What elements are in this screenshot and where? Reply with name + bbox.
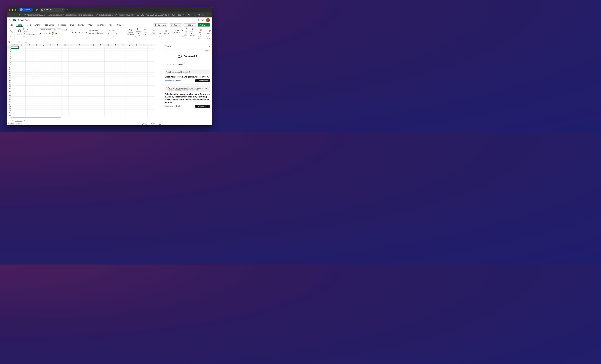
catchup-button[interactable]: Catch up <box>169 23 182 27</box>
bold-button[interactable]: B <box>40 33 41 34</box>
decrease-font-icon[interactable]: A▾ <box>66 29 68 30</box>
merge-center-button[interactable]: Merge & Center ▾ <box>89 32 105 34</box>
row-header[interactable]: 9 <box>7 64 11 66</box>
column-header[interactable]: M <box>97 44 105 46</box>
align-bottom-icon[interactable] <box>78 30 81 32</box>
close-tab-icon[interactable]: × <box>62 9 63 11</box>
more-icon[interactable]: ⋯ <box>207 13 211 17</box>
user-avatar[interactable] <box>206 18 210 22</box>
conditional-formatting-button[interactable]: Conditional Formatting <box>126 28 135 36</box>
row-header[interactable]: 17 <box>7 81 11 83</box>
formula-input[interactable] <box>28 42 209 42</box>
chevron-down-icon[interactable]: ▾ <box>29 19 30 21</box>
menu-page-layout[interactable]: Page Layout <box>43 23 55 27</box>
indent-increase-icon[interactable] <box>85 32 88 34</box>
font-family-select[interactable]: Aptos Narrow (Bo... <box>40 28 55 31</box>
border-button[interactable] <box>49 32 51 34</box>
autosum-button[interactable]: Σ AutoSum▾ <box>173 30 183 31</box>
clear-button[interactable]: Clear▾ <box>173 32 183 34</box>
indent-decrease-icon[interactable] <box>81 32 84 34</box>
menu-file[interactable]: File <box>9 23 14 27</box>
inprivate-badge[interactable]: InPrivate <box>19 8 33 11</box>
column-header[interactable]: Q <box>126 44 133 46</box>
zoom-out-icon[interactable]: − <box>149 123 150 125</box>
settings-icon[interactable] <box>201 19 204 21</box>
row-header[interactable]: 4 <box>7 53 11 55</box>
row-header[interactable]: 26 <box>7 101 11 103</box>
row-header[interactable]: 5 <box>7 55 11 57</box>
split-screen-icon[interactable] <box>192 13 196 17</box>
font-size-select[interactable]: 11 <box>57 28 61 31</box>
menu-help[interactable]: Help <box>108 23 113 27</box>
menu-view[interactable]: View <box>88 23 93 27</box>
column-header[interactable]: R <box>133 44 140 46</box>
underline-button[interactable]: U <box>44 33 45 34</box>
align-middle-icon[interactable] <box>74 30 77 32</box>
undo-icon[interactable] <box>10 30 12 32</box>
url-box[interactable]: https://cannerio325-my.sharepoint.com/:x… <box>23 13 181 17</box>
cell-styles-button[interactable]: Cell Styles <box>142 28 148 36</box>
logout-link[interactable]: logout <box>205 50 210 52</box>
search-icon[interactable] <box>197 19 199 21</box>
menu-review[interactable]: Review <box>77 23 85 27</box>
row-header[interactable]: 23 <box>7 94 11 97</box>
close-window[interactable] <box>9 9 10 10</box>
row-header[interactable]: 2 <box>7 49 11 51</box>
cancel-formula-icon[interactable]: × <box>20 41 22 43</box>
row-header[interactable]: 19 <box>7 86 11 88</box>
row-header[interactable]: 29 <box>7 108 11 110</box>
new-tab-button[interactable]: + <box>66 8 68 11</box>
status-left[interactable]: Workbook Statistics <box>9 123 22 125</box>
fill-color-button[interactable]: ▾ <box>52 31 54 35</box>
row-header[interactable]: 22 <box>7 92 11 94</box>
minimize-window[interactable] <box>12 9 13 10</box>
format-painter-button[interactable]: Format Painter <box>23 33 36 35</box>
row-header[interactable]: 31 <box>7 112 11 114</box>
italic-button[interactable]: I <box>42 33 42 34</box>
increase-font-icon[interactable]: A▴ <box>63 29 65 31</box>
align-right-icon[interactable] <box>78 32 81 34</box>
forward-button[interactable] <box>13 13 17 17</box>
selected-cell[interactable] <box>11 46 18 49</box>
row-header[interactable]: 3 <box>7 51 11 53</box>
align-left-icon[interactable] <box>71 32 74 34</box>
format-cells-button[interactable]: Format <box>164 29 170 35</box>
all-sheets-icon[interactable]: ≡ <box>12 119 13 121</box>
comma-button[interactable]: , <box>114 33 114 35</box>
row-header[interactable]: 8 <box>7 62 11 64</box>
row-header[interactable]: 21 <box>7 90 11 92</box>
export-to-sheet-button[interactable]: Export to sheet <box>195 79 210 82</box>
currency-button[interactable]: $▾ <box>108 33 110 35</box>
row-header[interactable]: 10 <box>7 66 11 68</box>
column-header[interactable]: L <box>90 44 97 46</box>
grid[interactable]: 1234567891011121314151617181920212223242… <box>7 46 163 117</box>
copy-button[interactable]: Copy <box>23 31 36 33</box>
addins-button[interactable]: Add-ins <box>198 28 202 36</box>
column-header[interactable]: B <box>18 44 26 46</box>
reload-button[interactable] <box>18 13 22 17</box>
maximize-window[interactable] <box>15 9 16 10</box>
row-header[interactable]: 28 <box>7 105 11 108</box>
select-all-corner[interactable] <box>7 44 11 46</box>
zoom-in-icon[interactable]: + <box>157 123 158 125</box>
name-box[interactable]: A1 ▾ <box>7 41 20 43</box>
row-header[interactable]: 25 <box>7 99 11 101</box>
row-header[interactable]: 6 <box>7 57 11 59</box>
menu-draw[interactable]: Draw <box>116 23 122 27</box>
font-color-button[interactable]: A▾ <box>55 33 57 34</box>
insert-cells-button[interactable]: Insert <box>151 29 157 35</box>
help-icon[interactable] <box>145 123 147 125</box>
menu-automate[interactable]: Automate <box>96 23 105 27</box>
sort-filter-button[interactable]: Sort & Filter <box>183 27 188 37</box>
extensions-icon[interactable] <box>202 13 206 17</box>
wrenai-button[interactable]: WrenAI <box>207 29 212 35</box>
zoom-level[interactable]: 100% <box>151 123 155 125</box>
view-details-link[interactable]: View answer details <box>165 80 181 82</box>
column-header[interactable]: H <box>61 44 69 46</box>
column-header[interactable]: J <box>76 44 83 46</box>
feedback-icon[interactable] <box>138 123 140 125</box>
column-header[interactable]: N <box>105 44 112 46</box>
column-header[interactable]: G <box>54 44 61 46</box>
shortcuts-icon[interactable]: ▾ <box>136 123 137 125</box>
align-center-icon[interactable] <box>74 32 77 34</box>
